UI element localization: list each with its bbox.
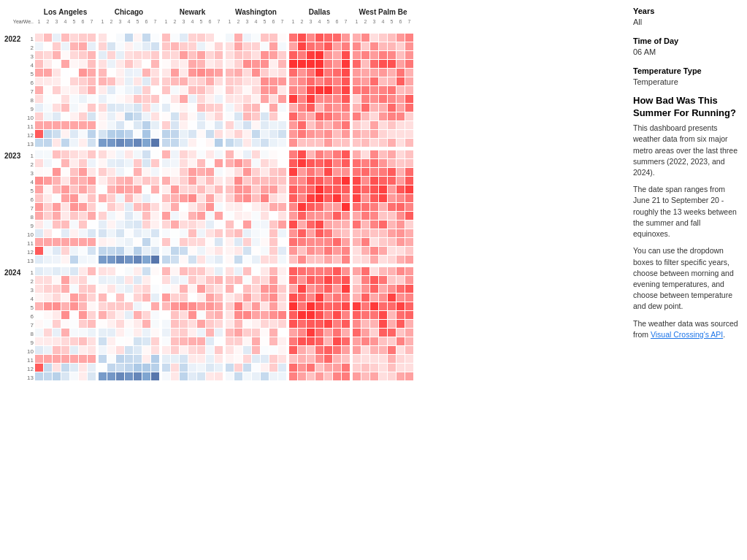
time-value[interactable]: 06 AM bbox=[633, 47, 738, 58]
desc2: The date span ranges from June 21 to Sep… bbox=[633, 184, 738, 239]
heatmap-canvas bbox=[3, 6, 624, 557]
years-value[interactable]: All bbox=[633, 17, 738, 28]
temp-type-label: Temperature Type bbox=[633, 66, 738, 77]
desc4-end: . bbox=[723, 330, 725, 339]
temp-type-value[interactable]: Temperature bbox=[633, 77, 738, 88]
visual-crossing-link[interactable]: Visual Crossing's API bbox=[651, 330, 723, 339]
dashboard-title: How Bad Was This Summer For Running? bbox=[633, 95, 738, 120]
sidebar: Years All Time of Day 06 AM Temperature … bbox=[624, 0, 747, 560]
temp-type-section: Temperature Type Temperature bbox=[633, 66, 738, 88]
desc3: You can use the dropdown boxes to filter… bbox=[633, 245, 738, 312]
heatmap-container bbox=[0, 0, 624, 560]
desc1: This dashboard presents weather data fro… bbox=[633, 123, 738, 178]
years-label: Years bbox=[633, 6, 738, 17]
time-label: Time of Day bbox=[633, 36, 738, 47]
years-filter-section: Years All bbox=[633, 6, 738, 28]
desc4: The weather data was sourced from Visual… bbox=[633, 318, 738, 340]
time-section: Time of Day 06 AM bbox=[633, 36, 738, 58]
